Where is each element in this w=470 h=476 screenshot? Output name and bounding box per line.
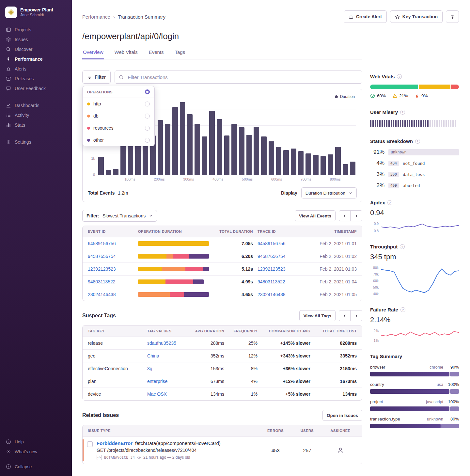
sidebar-item-performance[interactable]: Performance (0, 54, 72, 64)
help-circle-icon[interactable]: ? (387, 200, 392, 205)
siren-icon (349, 14, 353, 19)
operations-options: httpdbresourcesother (83, 98, 154, 146)
event-id-link[interactable]: 64589156756 (88, 241, 133, 246)
throughput-sparkline (381, 266, 459, 296)
tag-value-link[interactable]: 3g (147, 366, 186, 371)
event-timestamp: Feb 2, 2021 01:02 (301, 254, 357, 259)
sidebar-item-label: Stats (15, 122, 25, 128)
issue-error-type-link[interactable]: ForbiddenError (97, 440, 133, 446)
web-vitals-poor: 9% (415, 93, 428, 98)
operation-radio[interactable] (145, 126, 150, 131)
sidebar-item-settings[interactable]: Settings (0, 137, 72, 147)
event-id-link[interactable]: 94587656754 (88, 254, 133, 259)
comparison-to-avg: +5% slower (261, 391, 310, 397)
breadcrumb-performance[interactable]: Performance (82, 14, 110, 20)
sidebar-item-stats[interactable]: Stats (0, 120, 72, 130)
event-id-link[interactable]: 94803113522 (88, 279, 133, 284)
sidebar-item-activity[interactable]: Activity (0, 110, 72, 120)
discover-icon (6, 47, 11, 52)
operation-radio[interactable] (145, 138, 150, 143)
project-badge-icon: </> (97, 455, 102, 460)
filter-transactions-input[interactable] (127, 74, 358, 80)
misery-tick (446, 120, 447, 127)
event-id-link[interactable]: 12392123523 (88, 266, 133, 272)
tag-bar-tip (441, 424, 459, 428)
trace-id-link[interactable]: 12392123523 (258, 266, 297, 272)
view-all-events-button[interactable]: View All Events (295, 210, 336, 221)
user-misery-title: User Misery (370, 109, 398, 115)
event-id-link[interactable]: 23024146438 (88, 292, 133, 297)
misery-tick (391, 120, 392, 127)
view-all-tags-button[interactable]: View All Tags (299, 310, 336, 321)
trace-id-link[interactable]: 94587656754 (258, 254, 297, 259)
sidebar-item-user-feedback[interactable]: User Feedback (0, 84, 72, 93)
tag-summary-value: unknown (427, 417, 443, 421)
display-select[interactable]: Duration Distribution (301, 187, 357, 198)
open-in-issues-button[interactable]: Open in Issues (322, 410, 362, 421)
page-title: /empowerplant/api/0/login (82, 31, 362, 41)
sidebar-item-discover[interactable]: Discover (0, 44, 72, 54)
chevron-left-icon (343, 314, 347, 318)
misery-tick (386, 120, 387, 127)
svg-text:?: ? (8, 440, 9, 443)
pager-prev-button[interactable] (339, 310, 351, 321)
trace-id-link[interactable]: 64589156756 (258, 241, 297, 246)
misery-tick (434, 120, 435, 127)
tab-events[interactable]: Events (148, 49, 164, 59)
operation-option-other[interactable]: other (83, 134, 154, 146)
total-events-value: 1.2m (118, 190, 128, 196)
tab-web-vitals[interactable]: Web Vitals (114, 49, 138, 59)
trace-id-link[interactable]: 23024146438 (258, 292, 297, 297)
tag-value-link[interactable]: China (147, 353, 186, 358)
operation-option-resources[interactable]: resources (83, 122, 154, 134)
tab-overview[interactable]: Overview (82, 49, 104, 59)
issue-checkbox[interactable] (87, 441, 93, 447)
pager-next-button[interactable] (351, 310, 362, 321)
assignee-icon[interactable] (337, 447, 344, 453)
sidebar-item-alerts[interactable]: Alerts (0, 64, 72, 74)
sidebar-item-issues[interactable]: Issues (0, 35, 72, 44)
help-circle-icon[interactable]: ? (400, 307, 405, 312)
help-circle-icon[interactable]: ? (415, 139, 420, 144)
x-tick-label: 400ms (212, 177, 223, 181)
help-circle-icon[interactable]: ? (400, 110, 405, 115)
help-circle-icon[interactable]: ? (397, 74, 402, 79)
apdex-section: Apdex ? 0.94 0.90.8 (370, 200, 459, 233)
sidebar-collapse-button[interactable]: Collapse (0, 462, 72, 471)
histogram-bar (343, 164, 348, 175)
column-header: TOTAL TIME LOST (314, 329, 357, 333)
key-transaction-button[interactable]: Key Transaction (390, 10, 443, 23)
tag-bar-main (370, 372, 449, 376)
events-filter-dropdown[interactable]: Filter: Slowest Transactions (82, 210, 157, 222)
tag-value-link[interactable]: Mac OSX (147, 391, 186, 397)
chevron-down-icon (149, 214, 153, 218)
operations-radio-selected[interactable] (145, 89, 150, 94)
sidebar-item-releases[interactable]: Releases (0, 74, 72, 84)
org-switcher[interactable]: Empower Plant Jane Schmidt (0, 5, 72, 25)
operations-header-label: OPERATIONS (87, 90, 113, 94)
settings-button[interactable] (446, 10, 459, 23)
web-vitals-good-value: 60% (377, 93, 386, 98)
status-label: unknown (391, 150, 406, 154)
sidebar-item-dashboards[interactable]: Dashboards (0, 101, 72, 110)
filter-button[interactable]: Filter (82, 71, 111, 84)
operation-radio[interactable] (145, 102, 150, 106)
tab-tags[interactable]: Tags (174, 49, 186, 59)
operation-option-http[interactable]: http (83, 98, 154, 110)
pager-next-button[interactable] (351, 210, 362, 221)
create-alert-button[interactable]: Create Alert (344, 10, 387, 23)
tag-value-link[interactable]: enterprise (147, 379, 186, 384)
duration-segment-purple (203, 267, 209, 271)
sidebar-item-help[interactable]: ? Help (0, 437, 72, 447)
sidebar-item-projects[interactable]: Projects (0, 25, 72, 35)
help-circle-icon[interactable]: ? (400, 244, 405, 249)
sidebar-item-label: Collapse (15, 464, 32, 469)
trace-id-link[interactable]: 94803113522 (258, 279, 297, 284)
throughput-title: Throughput (370, 244, 398, 249)
misery-tick (448, 120, 449, 127)
pager-prev-button[interactable] (339, 210, 351, 221)
tag-value-link[interactable]: sdaufhu35235 (147, 341, 186, 346)
operation-radio[interactable] (145, 114, 150, 119)
operation-option-db[interactable]: db (83, 110, 154, 122)
sidebar-item-whats-new[interactable]: What's new (0, 447, 72, 456)
